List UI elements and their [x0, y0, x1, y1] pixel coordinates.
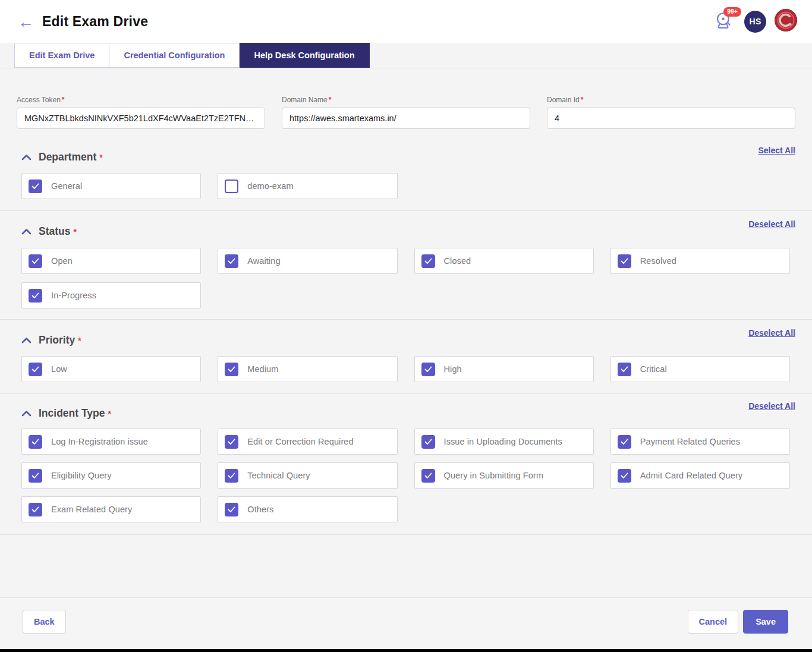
checkbox-label: Awaiting [247, 256, 280, 266]
chevron-up-icon[interactable] [21, 410, 32, 417]
domain-name-label: Domain Name* [282, 96, 530, 104]
checkbox[interactable] [225, 179, 238, 193]
checkbox-card-edit-or-correction-required[interactable]: Edit or Correction Required [218, 429, 397, 455]
checkbox-card-low[interactable]: Low [21, 356, 201, 382]
checkbox-card-admit-card-related-query[interactable]: Admit Card Related Query [610, 462, 790, 489]
incident-type-header: Incident Type * [21, 401, 790, 420]
department-options: General demo-exam [21, 173, 790, 199]
checkbox-card-payment-related-queries[interactable]: Payment Related Queries [610, 429, 790, 455]
checkbox[interactable] [225, 363, 238, 376]
bottom-bar [0, 649, 812, 652]
checkbox[interactable] [618, 469, 631, 483]
checkbox[interactable] [29, 254, 42, 268]
app-header: ← Edit Exam Drive 99+ HS [0, 0, 812, 43]
tab-edit-exam-drive[interactable]: Edit Exam Drive [14, 43, 109, 68]
checkbox[interactable] [421, 469, 435, 483]
tab-credential-configuration[interactable]: Credential Configuration [109, 43, 240, 68]
checkbox[interactable] [29, 435, 42, 449]
checkbox[interactable] [421, 363, 435, 376]
required-asterisk: * [99, 153, 102, 162]
checkbox[interactable] [29, 179, 42, 193]
checkbox[interactable] [29, 289, 42, 303]
tab-help-desk-configuration[interactable]: Help Desk Configuration [240, 43, 369, 68]
checkbox-label: Medium [247, 364, 278, 374]
checkbox-label: Closed [444, 256, 471, 266]
required-asterisk: * [62, 96, 65, 104]
cancel-button[interactable]: Cancel [688, 610, 739, 634]
checkbox-label: Resolved [640, 256, 676, 266]
checkbox[interactable] [29, 363, 42, 376]
section-title: Department [39, 151, 96, 163]
section-divider [0, 210, 812, 211]
priority-options: Low Medium High Critical [21, 356, 790, 382]
checkbox[interactable] [618, 363, 631, 376]
priority-deselect-all-link[interactable]: Deselect All [748, 328, 795, 338]
notification-badge: 99+ [723, 7, 741, 17]
checkbox-card-eligibility-query[interactable]: Eligibility Query [21, 462, 201, 489]
checkbox-label: Open [51, 256, 73, 266]
chevron-up-icon[interactable] [21, 154, 32, 161]
section-status: Deselect All Status * Open Awaiting Clos… [0, 219, 812, 308]
checkbox[interactable] [225, 469, 238, 483]
checkbox-label: In-Progress [51, 291, 96, 300]
domain-name-input[interactable] [282, 108, 530, 129]
checkbox-card-medium[interactable]: Medium [218, 356, 397, 382]
domain-id-input[interactable] [547, 108, 795, 129]
back-arrow-icon[interactable]: ← [18, 14, 34, 30]
checkbox-card-issue-in-uploading-documents[interactable]: Issue in Uploading Documents [414, 429, 594, 455]
notifications-button[interactable]: 99+ [712, 9, 737, 34]
status-deselect-all-link[interactable]: Deselect All [748, 219, 795, 229]
checkbox-label: Admit Card Related Query [640, 471, 742, 480]
checkbox[interactable] [29, 503, 42, 516]
checkbox[interactable] [618, 435, 631, 449]
back-button[interactable]: Back [23, 610, 66, 634]
checkbox-card-open[interactable]: Open [21, 248, 201, 274]
status-options: Open Awaiting Closed Resolved In-Progres… [21, 248, 790, 308]
checkbox-card-demo-exam[interactable]: demo-exam [218, 173, 397, 199]
checkbox-card-awaiting[interactable]: Awaiting [218, 248, 397, 274]
chevron-up-icon[interactable] [21, 337, 32, 344]
checkbox[interactable] [225, 254, 238, 268]
department-select-all-link[interactable]: Select All [758, 146, 795, 155]
section-title: Incident Type [39, 407, 105, 420]
checkbox-card-query-in-submitting-form[interactable]: Query in Submitting Form [414, 462, 594, 489]
footer-action-bar: Back Cancel Save [0, 597, 812, 649]
checkbox[interactable] [421, 254, 435, 268]
incident-type-deselect-all-link[interactable]: Deselect All [748, 401, 795, 411]
checkbox-card-high[interactable]: High [414, 356, 594, 382]
checkbox-card-closed[interactable]: Closed [414, 248, 594, 274]
tab-bar: Edit Exam Drive Credential Configuration… [0, 43, 812, 68]
checkbox-card-critical[interactable]: Critical [610, 356, 790, 382]
status-header: Status * [21, 219, 790, 238]
checkbox-label: Edit or Correction Required [247, 437, 353, 446]
required-asterisk: * [329, 96, 332, 104]
checkbox-card-resolved[interactable]: Resolved [610, 248, 790, 274]
org-logo-seal-icon[interactable] [774, 8, 798, 34]
save-button[interactable]: Save [743, 610, 788, 634]
section-divider [0, 534, 812, 535]
section-incident-type: Deselect All Incident Type * Log In-Regi… [0, 401, 812, 522]
checkbox[interactable] [618, 254, 631, 268]
checkbox-card-general[interactable]: General [21, 173, 201, 199]
header-actions: 99+ HS [712, 8, 798, 34]
checkbox[interactable] [29, 469, 42, 483]
section-divider [0, 319, 812, 320]
checkbox[interactable] [225, 503, 238, 516]
checkbox-label: Payment Related Queries [640, 437, 740, 446]
checkbox-label: Critical [640, 364, 667, 374]
checkbox-card-in-progress[interactable]: In-Progress [21, 282, 201, 308]
checkbox-card-others[interactable]: Others [218, 496, 397, 522]
checkbox-card-login-registration-issue[interactable]: Log In-Registration issue [21, 429, 201, 455]
checkbox-label: Low [51, 364, 67, 374]
avatar[interactable]: HS [744, 11, 766, 33]
checkbox-card-technical-query[interactable]: Technical Query [218, 462, 397, 489]
chevron-up-icon[interactable] [21, 228, 32, 235]
access-token-input[interactable] [17, 108, 265, 129]
incident-type-options: Log In-Registration issue Edit or Correc… [21, 429, 790, 522]
checkbox-card-exam-related-query[interactable]: Exam Related Query [21, 496, 201, 522]
checkbox[interactable] [421, 435, 435, 449]
page: ← Edit Exam Drive 99+ HS [0, 0, 812, 652]
checkbox[interactable] [225, 435, 238, 449]
required-asterisk: * [108, 409, 111, 418]
required-asterisk: * [581, 96, 584, 104]
